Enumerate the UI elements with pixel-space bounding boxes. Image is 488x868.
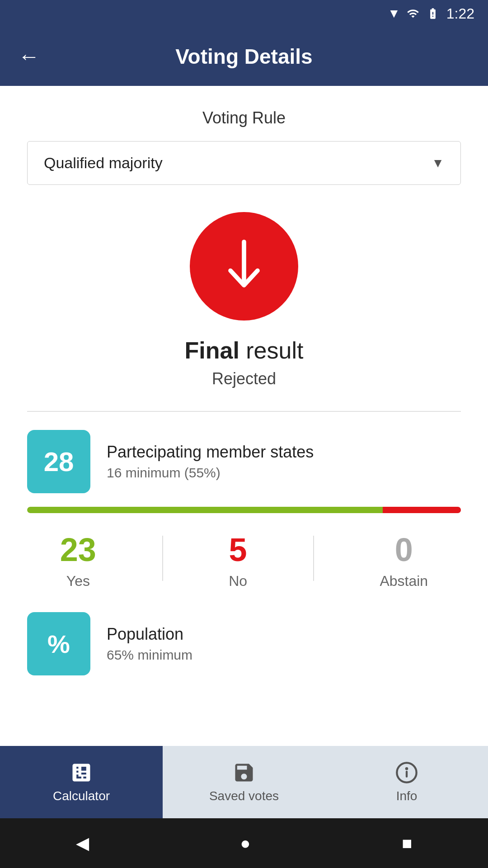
final-text-bold: Final <box>185 337 239 363</box>
vote-counts-row: 23 Yes 5 No 0 Abstain <box>27 531 461 590</box>
android-nav-bar: ◀ ● ■ <box>0 818 488 868</box>
abstain-label: Abstain <box>380 573 428 590</box>
back-button[interactable]: ← <box>18 46 40 67</box>
member-states-badge: 28 <box>27 430 90 493</box>
yes-vote-item: 23 Yes <box>60 531 96 590</box>
calculator-tab-label: Calculator <box>53 789 110 803</box>
calculator-icon <box>70 761 93 784</box>
saved-votes-icon <box>232 761 256 784</box>
population-card: % Population 65% minimum <box>27 612 461 675</box>
voting-rule-dropdown[interactable]: Qualified majority ▼ <box>27 141 461 185</box>
member-states-subtitle: 16 minimum (55%) <box>107 465 314 481</box>
population-badge: % <box>27 612 90 675</box>
status-time: 1:22 <box>446 5 474 22</box>
final-result-text: Final result <box>185 337 304 364</box>
member-states-title: Partecipating member states <box>107 443 314 462</box>
yes-count: 23 <box>60 531 96 568</box>
final-text-normal: result <box>239 337 304 363</box>
chevron-down-icon: ▼ <box>432 156 444 170</box>
info-icon <box>395 761 418 784</box>
population-subtitle: 65% minimum <box>107 647 192 663</box>
member-states-info: Partecipating member states 16 minimum (… <box>107 443 314 481</box>
tab-info[interactable]: Info <box>325 746 488 818</box>
no-vote-item: 5 No <box>229 531 247 590</box>
saved-votes-tab-label: Saved votes <box>209 789 279 803</box>
abstain-count: 0 <box>395 531 413 568</box>
page-title: Voting Details <box>53 44 435 69</box>
app-bar: ← Voting Details <box>0 27 488 86</box>
android-home-button[interactable]: ● <box>240 834 251 853</box>
result-indicator-circle <box>190 212 298 321</box>
tab-calculator[interactable]: Calculator <box>0 746 163 818</box>
battery-icon <box>426 7 440 20</box>
status-icons: ▼ 1:22 <box>388 5 474 22</box>
yes-label: Yes <box>66 573 90 590</box>
main-content: Voting Rule Qualified majority ▼ Final r… <box>0 86 488 675</box>
vote-divider-1 <box>162 536 163 581</box>
info-tab-label: Info <box>396 789 418 803</box>
result-section: Final result Rejected <box>27 212 461 388</box>
no-label: No <box>229 573 247 590</box>
vote-progress-bar <box>27 507 461 513</box>
member-states-count: 28 <box>44 446 74 477</box>
tab-saved-votes[interactable]: Saved votes <box>163 746 325 818</box>
section-divider <box>27 411 461 412</box>
yes-progress <box>27 507 383 513</box>
status-bar: ▼ 1:22 <box>0 0 488 27</box>
abstain-vote-item: 0 Abstain <box>380 531 428 590</box>
population-badge-symbol: % <box>47 629 70 659</box>
wifi-icon: ▼ <box>388 6 400 21</box>
vote-divider-2 <box>313 536 314 581</box>
no-progress <box>383 507 461 513</box>
voting-rule-label: Voting Rule <box>27 108 461 127</box>
android-back-button[interactable]: ◀ <box>76 833 89 853</box>
result-status: Rejected <box>212 369 276 388</box>
down-arrow-icon <box>221 239 267 293</box>
bottom-navigation: Calculator Saved votes Info <box>0 746 488 818</box>
no-count: 5 <box>229 531 247 568</box>
population-info: Population 65% minimum <box>107 625 192 663</box>
signal-icon <box>407 7 419 20</box>
population-title: Population <box>107 625 192 644</box>
dropdown-selected-value: Qualified majority <box>44 154 163 172</box>
android-recent-button[interactable]: ■ <box>402 834 413 853</box>
member-states-card: 28 Partecipating member states 16 minimu… <box>27 430 461 493</box>
